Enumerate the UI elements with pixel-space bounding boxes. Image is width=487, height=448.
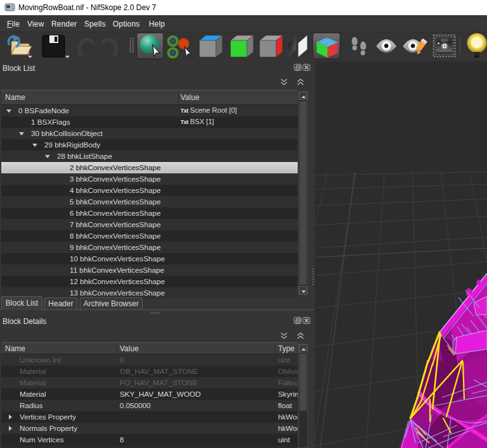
svg-text:Txt: Txt [180,119,189,125]
svg-text:Txt: Txt [180,108,189,114]
